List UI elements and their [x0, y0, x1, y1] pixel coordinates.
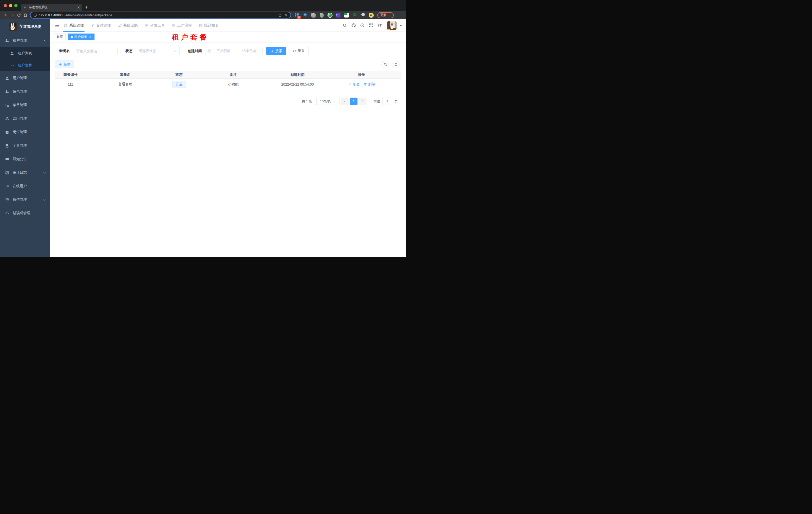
topnav-item-report[interactable]: 统计报表 — [199, 19, 219, 31]
app-header: 系统管理¥支付管理基础设施研发工具工作流程统计报表 ? TT — [50, 19, 406, 32]
goto-page-input[interactable] — [382, 98, 392, 105]
update-label: 更新 — [380, 13, 386, 17]
extension-y-circle-icon[interactable]: y — [327, 12, 333, 18]
sidebar-item-user[interactable]: 用户管理 — [0, 71, 50, 85]
window-close-button[interactable] — [4, 4, 7, 7]
table-row: 111 普通套餐 开启 小功能 2022-02-22 00:54:00 修改 — [55, 79, 401, 90]
topnav-label: 系统管理 — [69, 23, 84, 28]
sidebar-item-tenant[interactable]: 租户管理 — [0, 34, 50, 47]
sidebar-item-menu[interactable]: 菜单管理 — [0, 98, 50, 112]
url-bar[interactable]: 127.0.0.1:48080 /admin-ui/system/tenant/… — [30, 12, 291, 19]
sidebar-item-role[interactable]: 角色管理 — [0, 85, 50, 98]
sidebar-item-dict[interactable]: 字典管理 — [0, 139, 50, 153]
tags-bar: 首页 租户套餐 ✕ — [50, 32, 406, 42]
tab-title: 芋道管理系统 — [29, 5, 75, 9]
main-area: 系统管理¥支付管理基础设施研发工具工作流程统计报表 ? TT 首页 — [50, 19, 406, 257]
extension-badge: 10 — [297, 16, 301, 19]
sidebar-label: 字典管理 — [13, 143, 46, 148]
extension-oval-green-icon[interactable] — [319, 12, 324, 18]
chevron-up-icon — [43, 39, 46, 42]
home-icon[interactable] — [22, 12, 29, 19]
dict-icon — [5, 144, 9, 148]
add-label: 新增 — [63, 62, 70, 67]
window-zoom-button[interactable] — [14, 4, 18, 7]
browser-menu-icon[interactable]: ⋮ — [387, 13, 393, 17]
topnav-item-flow[interactable]: 工作流程 — [172, 19, 192, 31]
column-header: 套餐名 — [86, 73, 165, 77]
sidebar-label: 菜单管理 — [13, 103, 46, 107]
tag-home[interactable]: 首页 — [54, 33, 66, 40]
package-name-input[interactable] — [73, 47, 117, 55]
sidebar-item-tenant-list[interactable]: 租户列表 — [0, 47, 50, 59]
extension-chat-green-icon[interactable] — [344, 12, 349, 18]
search-icon[interactable] — [343, 23, 347, 28]
extension-puzzle-icon[interactable] — [360, 12, 366, 18]
forward-icon[interactable] — [9, 12, 16, 19]
sidebar-item-notice[interactable]: 通知公告 — [0, 153, 50, 166]
dropdown-caret-icon[interactable] — [399, 24, 403, 27]
share-icon[interactable] — [278, 13, 282, 17]
delete-link[interactable]: 删除 — [364, 82, 375, 87]
topnav-item-infra[interactable]: 基础设施 — [117, 19, 138, 31]
add-button[interactable]: 新增 — [55, 60, 74, 68]
help-icon[interactable]: ? — [360, 23, 365, 28]
date-start-placeholder: 开始日期 — [213, 49, 234, 53]
app-logo[interactable]: 芋道管理系统 — [0, 19, 50, 34]
refresh-button[interactable] — [392, 61, 400, 68]
sidebar-item-online[interactable]: 在线用户 — [0, 180, 50, 193]
badge-icon — [5, 130, 9, 134]
toggle-search-button[interactable] — [381, 61, 389, 68]
topnav-label: 统计报表 — [204, 23, 219, 28]
extension-emoji-face-icon[interactable] — [369, 12, 374, 18]
fullscreen-icon[interactable] — [369, 23, 374, 28]
sidebar-label: 在线用户 — [13, 184, 46, 188]
new-tab-icon[interactable]: + — [85, 5, 88, 10]
topnav-item-pay[interactable]: ¥支付管理 — [90, 19, 111, 31]
collapse-icon[interactable] — [55, 23, 60, 28]
reset-button[interactable]: 重置 — [289, 47, 309, 55]
sidebar-item-dept[interactable]: 部门管理 — [0, 112, 50, 125]
logo-rabbit-avatar — [9, 23, 17, 31]
search-button[interactable]: 搜索 — [266, 47, 286, 55]
extension-command-icon[interactable]: ⌘ — [311, 12, 316, 18]
prev-page-button[interactable] — [341, 98, 348, 105]
svg-text:?: ? — [362, 24, 363, 27]
extension-star-green-icon[interactable] — [352, 12, 357, 18]
extension-grid-diamond-icon[interactable]: 10 — [294, 12, 300, 18]
cell-status: 开启 — [165, 81, 194, 88]
sidebar-label: 审计日志 — [13, 170, 43, 175]
tag-tenant-package[interactable]: 租户套餐 ✕ — [68, 33, 94, 40]
header-actions: ? TT — [343, 21, 403, 30]
star-icon[interactable] — [284, 13, 288, 17]
info-icon[interactable] — [33, 13, 37, 17]
sidebar-item-audit[interactable]: 审计日志 — [0, 166, 50, 180]
next-page-button[interactable] — [359, 98, 367, 105]
window-minimize-button[interactable] — [9, 4, 12, 7]
goto-label: 前往 — [374, 99, 380, 104]
page-size-select[interactable]: 10条/页 — [316, 98, 340, 105]
status-select[interactable]: 请选择状态 — [136, 47, 180, 55]
github-icon[interactable] — [351, 23, 356, 28]
extension-shield-purple-icon[interactable] — [336, 12, 341, 18]
extension-gem-icon[interactable] — [302, 12, 308, 18]
online-icon — [5, 184, 9, 188]
back-icon[interactable] — [2, 12, 9, 19]
sidebar-item-post[interactable]: 岗位管理 — [0, 125, 50, 139]
date-range-picker[interactable]: 开始日期 - 结束日期 — [205, 47, 262, 55]
url-host: 127.0.0.1:48080 — [39, 13, 62, 17]
user-avatar[interactable] — [387, 21, 397, 30]
tag-close-icon[interactable]: ✕ — [89, 35, 92, 39]
topnav-item-dev[interactable]: 研发工具 — [145, 19, 165, 31]
browser-update-button[interactable]: 更新 ⋮ — [377, 12, 394, 18]
reload-icon[interactable] — [16, 12, 22, 19]
topnav-item-system[interactable]: 系统管理 — [63, 19, 84, 31]
font-size-icon[interactable]: TT — [377, 23, 382, 28]
sidebar-item-errcode[interactable]: 错误码管理 — [0, 207, 50, 220]
sidebar-item-sms[interactable]: 短信管理 — [0, 193, 50, 207]
current-page-button[interactable]: 1 — [350, 98, 357, 105]
sidebar-item-tenant-package[interactable]: 租户套餐 — [0, 59, 50, 71]
tab-close-icon[interactable]: ✕ — [77, 6, 80, 9]
edit-link[interactable]: 修改 — [348, 82, 359, 87]
browser-tab[interactable]: 芋道管理系统 ✕ — [21, 4, 82, 11]
sidebar-menu: 租户管理租户列表租户套餐用户管理角色管理菜单管理部门管理岗位管理字典管理通知公告… — [0, 34, 50, 220]
